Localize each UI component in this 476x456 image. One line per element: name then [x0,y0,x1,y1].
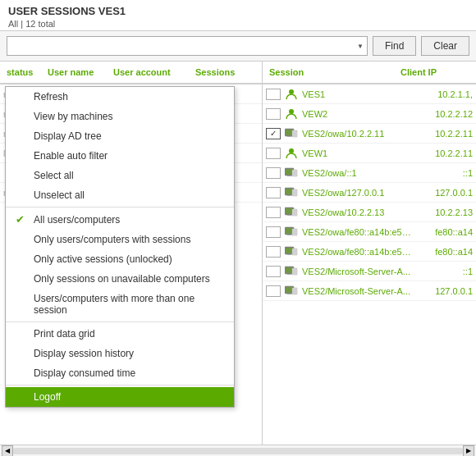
session-ip: fe80::a14 [411,227,473,237]
horizontal-scrollbar[interactable]: ◀ ▶ [0,445,476,456]
menu-divider [6,207,234,207]
svg-point-0 [289,89,294,94]
session-checkbox[interactable] [266,89,281,100]
session-checkbox[interactable] [266,108,281,120]
menu-item-only-active[interactable]: Only active sessions (unlocked) [6,249,234,269]
session-name: VES2/owa/10.2.2.13 [302,207,411,217]
menu-item-label: Refresh [34,91,68,103]
session-ip: 10.2.1.1, [411,89,473,99]
session-name: VES2/owa/fe80::a14b:e5e:... [302,227,411,237]
menu-item-label: Select all [34,170,74,181]
session-name: VEW2 [302,109,411,119]
context-menu[interactable]: RefreshView by machinesDisplay AD treeEn… [5,86,235,408]
session-ip: 10.2.2.11 [411,148,473,158]
session-ip: 10.2.2.13 [411,207,473,217]
session-ip: 10.2.2.12 [411,109,473,119]
session-row[interactable]: VES2/owa/fe80::a14b:e5e:...fe80::a14 [263,222,476,242]
session-icon [284,244,299,259]
session-name: VES2/Microsoft-Server-A... [302,286,411,296]
menu-item-display-ad-tree[interactable]: Display AD tree [6,126,234,146]
session-checkbox[interactable] [266,128,281,139]
svg-point-9 [289,148,294,153]
toolbar: Find Clear [0,31,476,62]
session-row[interactable]: VES2/Microsoft-Server-A...127.0.0.1 [263,281,476,301]
svg-rect-46 [286,267,293,273]
session-checkbox[interactable] [266,285,281,297]
session-name: VES2/owa/127.0.0.1 [302,188,411,198]
session-ip: 127.0.0.1 [411,286,473,296]
session-row[interactable]: VES2/owa/10.2.2.1110.2.2.11 [263,124,476,144]
menu-item-view-by-machines[interactable]: View by machines [6,107,234,126]
col-header-status: status [3,67,44,77]
menu-item-only-unavailable[interactable]: Only sessions on unavailable computers [6,269,234,289]
svg-point-1 [289,109,294,114]
menu-item-label: Only users/computers with sessions [34,234,190,245]
col-header-session[interactable]: Session [266,67,397,77]
left-panel: status User name User account Sessions r… [0,62,263,445]
scroll-right-btn[interactable]: ▶ [463,445,474,457]
session-row[interactable]: VES110.2.1.1, [263,84,476,104]
session-checkbox[interactable] [266,207,281,218]
session-name: VES2/owa/fe80::a14b:e5e:... [302,247,411,257]
menu-item-print-data-grid[interactable]: Print data grid [6,324,234,344]
session-row[interactable]: VEW110.2.2.11 [263,144,476,163]
session-row[interactable]: VES2/owa/10.2.2.1310.2.2.13 [263,203,476,222]
col-header-username[interactable]: User name [44,67,110,77]
session-icon [284,166,299,180]
menu-item-label: Print data grid [34,328,95,340]
session-icon [284,264,299,279]
menu-item-more-than-one[interactable]: Users/computers with more than one sessi… [6,289,234,320]
col-header-sessions[interactable]: Sessions [192,67,249,77]
menu-item-label: View by machines [34,111,113,122]
session-name: VES2/Microsoft-Server-A... [302,267,411,276]
session-checkbox[interactable] [266,246,281,258]
svg-rect-11 [286,169,293,175]
find-button[interactable]: Find [373,36,416,56]
search-dropdown[interactable] [7,36,368,56]
session-row[interactable]: VES2/owa/fe80::a14b:e5e:...fe80::a14 [263,242,476,262]
session-ip: 10.2.2.11 [411,129,473,139]
svg-rect-19 [287,195,291,196]
svg-rect-4 [287,136,291,137]
col-header-clientip[interactable]: Client IP [397,67,463,77]
search-wrapper[interactable] [7,36,368,56]
menu-item-label: Enable auto filter [34,150,108,162]
user-icon [284,87,299,102]
session-checkbox[interactable] [266,148,281,159]
session-checkbox[interactable] [266,187,281,198]
menu-item-display-consumed-time[interactable]: Display consumed time [6,363,234,383]
clear-button[interactable]: Clear [421,36,469,56]
session-name: VES2/owa/10.2.2.11 [302,129,411,139]
menu-item-unselect-all[interactable]: Unselect all [6,185,234,205]
session-row[interactable]: VEW210.2.2.12 [263,104,476,124]
svg-rect-53 [286,287,293,293]
menu-item-label: All users/computers [34,214,120,226]
menu-item-label: Only active sessions (unlocked) [34,253,172,265]
session-checkbox[interactable] [266,167,281,179]
menu-item-only-with-sessions[interactable]: Only users/computers with sessions [6,230,234,249]
menu-item-all-users[interactable]: ✔All users/computers [6,209,234,230]
svg-rect-39 [286,248,293,253]
session-ip: ::1 [411,168,473,178]
session-checkbox[interactable] [266,266,281,277]
session-row[interactable]: VES2/owa/::1::1 [263,163,476,183]
svg-rect-47 [287,274,291,275]
menu-item-logoff[interactable]: Logoff [6,387,234,407]
menu-divider [6,321,234,322]
check-icon: ✔ [16,213,29,226]
scroll-track[interactable] [13,448,463,454]
menu-item-display-session-history[interactable]: Display session history [6,344,234,363]
session-count: All | 12 total [8,19,468,29]
scroll-left-btn[interactable]: ◀ [2,445,13,457]
session-row[interactable]: VES2/Microsoft-Server-A...::1 [263,262,476,281]
session-checkbox[interactable] [266,226,281,238]
svg-rect-18 [286,189,293,194]
menu-item-select-all[interactable]: Select all [6,166,234,185]
session-row[interactable]: VES2/owa/127.0.0.1127.0.0.1 [263,183,476,203]
col-header-useraccount[interactable]: User account [110,67,192,77]
svg-rect-33 [287,235,291,235]
menu-item-label: Display AD tree [34,130,102,142]
menu-item-refresh[interactable]: Refresh [6,87,234,107]
menu-item-enable-auto-filter[interactable]: Enable auto filter [6,146,234,166]
svg-rect-25 [286,208,293,214]
